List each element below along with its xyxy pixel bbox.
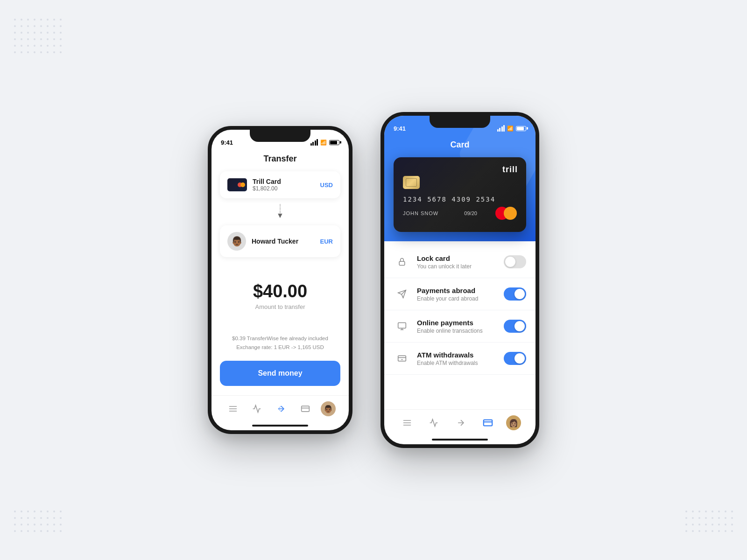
lock-card-subtitle: You can unlock it later	[417, 263, 497, 270]
atm-toggle-knob	[514, 353, 525, 364]
svg-rect-3	[301, 406, 309, 412]
left-status-icons: 📶	[310, 139, 340, 146]
right-nav-profile[interactable]: 👩🏽	[506, 415, 521, 430]
to-card-left: 👨🏾 Howard Tucker	[227, 232, 298, 251]
lock-card-item[interactable]: Lock card You can unlock it later	[384, 246, 536, 278]
svg-rect-10	[403, 425, 411, 426]
atm-icon	[394, 350, 410, 367]
card-chip	[403, 176, 420, 189]
right-phone: 9:41 📶	[381, 112, 539, 448]
nav-analytics[interactable]	[248, 400, 265, 417]
svg-rect-0	[229, 406, 237, 407]
right-time: 9:41	[394, 125, 406, 132]
online-payments-text: Online payments Enable online transactio…	[417, 319, 497, 334]
from-card-balance: $1,802.00	[253, 185, 281, 192]
right-home-indicator	[432, 439, 488, 441]
transfer-amount[interactable]: $40.00	[253, 281, 307, 301]
payments-abroad-icon	[394, 286, 410, 302]
wifi-icon: 📶	[320, 140, 327, 146]
nav-profile[interactable]: 👨🏾	[321, 401, 336, 416]
to-contact-card[interactable]: 👨🏾 Howard Tucker EUR	[220, 225, 340, 257]
arrow-down-icon: ▼	[276, 211, 284, 220]
card-settings-screen: 9:41 📶	[384, 116, 536, 444]
card-thumbnail	[227, 178, 247, 191]
left-time: 9:41	[221, 139, 233, 146]
left-phone-screen: 9:41 📶 Tran	[211, 130, 349, 430]
contact-name: Howard Tucker	[252, 238, 298, 245]
payments-abroad-toggle-knob	[514, 289, 525, 299]
lock-toggle-knob	[505, 257, 515, 267]
transfer-title: Transfer	[211, 150, 349, 171]
atm-title: ATM withdrawals	[417, 351, 497, 359]
left-phone: 9:41 📶 Tran	[208, 126, 352, 434]
svg-rect-5	[399, 261, 405, 265]
payments-abroad-title: Payments abroad	[417, 287, 497, 294]
atm-toggle[interactable]	[504, 352, 526, 365]
svg-rect-9	[403, 422, 411, 423]
cardholder-name: JOHN SNOW	[403, 210, 438, 216]
transfer-screen: 9:41 📶 Tran	[211, 130, 349, 430]
avatar-face-icon: 👨🏾	[227, 232, 246, 251]
to-currency: EUR	[320, 238, 333, 245]
from-currency: USD	[320, 182, 333, 189]
to-contact-info: Howard Tucker	[252, 238, 298, 245]
right-nav-menu[interactable]	[399, 414, 416, 431]
nav-card[interactable]	[297, 400, 314, 417]
lock-card-toggle[interactable]	[504, 255, 526, 268]
send-money-button[interactable]: Send money	[220, 361, 340, 386]
mc-orange-circle	[504, 207, 517, 220]
right-notch	[430, 116, 490, 128]
lock-card-icon	[394, 253, 410, 270]
card-number: 1234 5678 4309 2534	[403, 196, 517, 203]
amount-label: Amount to transfer	[255, 303, 305, 310]
svg-rect-7	[398, 356, 406, 361]
battery-icon	[329, 140, 339, 145]
home-indicator	[252, 425, 308, 427]
card-logo	[238, 182, 245, 187]
from-card-name: Trill Card	[253, 178, 281, 185]
fee-line2: Exchange rate: 1 EUR -> 1,165 USD	[221, 343, 339, 351]
from-card[interactable]: Trill Card $1,802.00 USD	[220, 171, 340, 198]
nav-menu[interactable]	[225, 400, 241, 417]
online-payments-toggle[interactable]	[504, 320, 526, 333]
transfer-direction-arrow: ▼	[211, 198, 349, 225]
credit-card: trill 1234 5678 4309 2534 JOHN SNOW 09/2…	[394, 157, 526, 232]
online-payments-title: Online payments	[417, 319, 497, 327]
online-payments-item[interactable]: Online payments Enable online transactio…	[384, 310, 536, 343]
card-circle-orange	[240, 182, 245, 187]
atm-text: ATM withdrawals Enable ATM withdrawals	[417, 351, 497, 366]
right-nav-analytics[interactable]	[425, 414, 442, 431]
payments-abroad-item[interactable]: Payments abroad Enable your card abroad	[384, 278, 536, 310]
signal-icon	[310, 139, 318, 146]
from-card-info: Trill Card $1,802.00	[253, 178, 281, 192]
right-status-icons: 📶	[497, 125, 527, 132]
card-header-bg: 9:41 📶	[384, 116, 536, 241]
card-settings-list: Lock card You can unlock it later	[384, 241, 536, 409]
right-bottom-nav: 👩🏽	[384, 409, 536, 437]
online-payments-subtitle: Enable online transactions	[417, 328, 497, 334]
right-nav-card-active[interactable]	[479, 414, 496, 431]
online-payments-icon	[394, 318, 410, 335]
right-battery-icon	[516, 126, 526, 131]
right-nav-transfer[interactable]	[452, 414, 469, 431]
phones-container: 9:41 📶 Tran	[208, 112, 539, 448]
payments-abroad-text: Payments abroad Enable your card abroad	[417, 287, 497, 302]
from-card-left: Trill Card $1,802.00	[227, 178, 281, 192]
lock-card-title: Lock card	[417, 254, 497, 262]
lock-card-text: Lock card You can unlock it later	[417, 254, 497, 270]
card-expiry: 09/20	[464, 210, 477, 216]
svg-rect-1	[229, 408, 237, 409]
svg-rect-6	[398, 323, 406, 329]
contact-avatar: 👨🏾	[227, 232, 246, 251]
nav-transfer-active[interactable]	[273, 400, 289, 417]
atm-subtitle: Enable ATM withdrawals	[417, 360, 497, 366]
fee-info-section: $0.39 TransferWise fee already included …	[211, 334, 349, 361]
left-notch	[250, 130, 310, 142]
svg-rect-8	[403, 420, 411, 421]
payments-abroad-toggle[interactable]	[504, 287, 526, 301]
atm-withdrawals-item[interactable]: ATM withdrawals Enable ATM withdrawals	[384, 343, 536, 375]
right-wifi-icon: 📶	[507, 126, 514, 132]
online-payments-toggle-knob	[514, 321, 525, 331]
mastercard-logo	[495, 207, 517, 220]
amount-section: $40.00 Amount to transfer	[211, 257, 349, 334]
